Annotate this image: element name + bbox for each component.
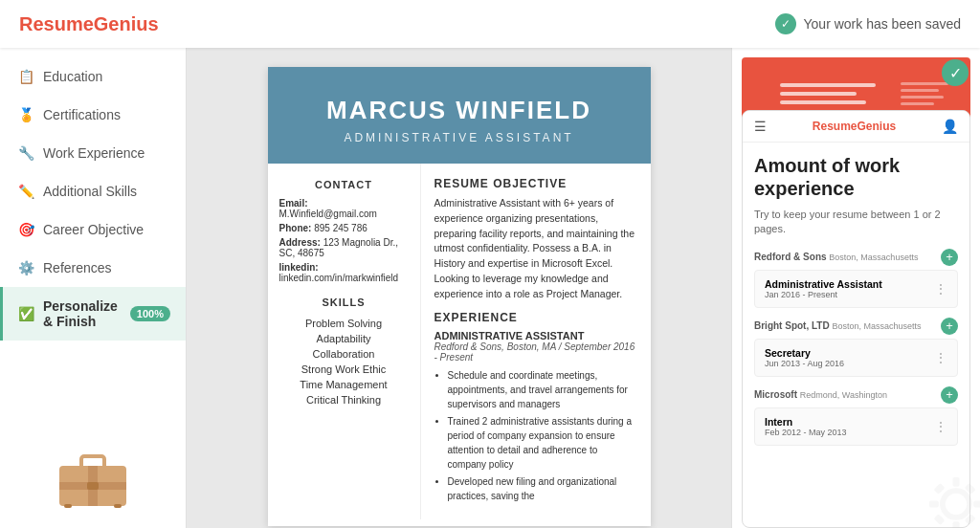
company-header-3: Microsoft Redmond, Washington + — [754, 386, 958, 404]
resume-right-column: RESUME OBJECTIVE Administrative Assistan… — [421, 164, 651, 519]
logo-text: Resume — [19, 13, 94, 34]
mobile-logo: ResumeGenius — [813, 120, 896, 133]
sidebar-item-education[interactable]: 📋 Education — [0, 57, 186, 96]
job-title: ADMINISTRATIVE ASSISTANT — [434, 330, 637, 341]
bullet-3: Developed new filing and organizational … — [448, 474, 637, 503]
job-title-sm-1: Administrative Assistant — [765, 278, 882, 290]
main-content: 📋 Education 🏅 Certifications 🔧 Work Expe… — [0, 48, 980, 528]
job-card-1: Administrative Assistant Jan 2016 - Pres… — [754, 270, 958, 308]
panel-heading: Amount of work experience — [754, 154, 958, 200]
skill-3: Collaboration — [279, 346, 409, 362]
skill-2: Adaptability — [279, 331, 409, 346]
add-experience-2[interactable]: + — [941, 318, 958, 335]
svg-rect-13 — [934, 514, 946, 525]
svg-rect-9 — [929, 501, 939, 508]
company-header-1: Redford & Sons Boston, Massachusetts + — [754, 249, 958, 266]
address-row: Address: 123 Magnolia Dr., SC, 48675 — [279, 237, 409, 258]
job-info-1: Administrative Assistant Jan 2016 - Pres… — [765, 278, 882, 299]
phone-row: Phone: 895 245 786 — [279, 223, 409, 233]
top-check-badge: ✓ — [942, 59, 969, 86]
phone-label: Phone: — [279, 223, 312, 233]
company-name-1: Redford & Sons — [754, 252, 827, 262]
job-menu-1[interactable]: ⋮ — [934, 281, 947, 297]
skills-section-title: SKILLS — [279, 297, 409, 308]
sidebar: 📋 Education 🏅 Certifications 🔧 Work Expe… — [0, 48, 187, 528]
orange-line-3 — [780, 100, 866, 104]
mobile-user-icon: 👤 — [942, 119, 958, 134]
resume-title: ADMINISTRATIVE ASSISTANT — [287, 131, 632, 144]
mobile-header: ☰ ResumeGenius 👤 — [743, 111, 969, 143]
company-header-2: Bright Spot, LTD Boston, Massachusetts + — [754, 318, 958, 335]
job-card-3: Intern Feb 2012 - May 2013 ⋮ — [754, 407, 958, 446]
svg-rect-8 — [953, 521, 960, 528]
references-icon: ⚙️ — [18, 260, 33, 275]
sidebar-label-personalize-finish: Personalize & Finish — [43, 298, 121, 329]
save-status: ✓ Your work has been saved — [775, 13, 961, 34]
resume-name: MARCUS WINFIELD — [287, 96, 632, 125]
objective-text: Administrative Assistant with 6+ years o… — [434, 196, 637, 301]
gear-icon — [923, 471, 970, 528]
skills-section: SKILLS Problem Solving Adaptability Coll… — [279, 297, 409, 407]
sidebar-label-education: Education — [43, 69, 102, 84]
sidebar-item-additional-skills[interactable]: ✏️ Additional Skills — [0, 172, 186, 210]
company-location-1: Boston, Massachusetts — [829, 253, 918, 262]
orange-line-2 — [780, 92, 857, 96]
job-dates-2: Jun 2013 - Aug 2016 — [765, 359, 844, 368]
email-row: Email: M.Winfield@gmail.com — [279, 198, 409, 219]
mobile-logo-text: Resume — [813, 120, 858, 133]
svg-rect-4 — [87, 482, 99, 490]
linkedin-row: linkedin: linkedin.com/in/markwinfield — [279, 262, 409, 283]
sidebar-item-references[interactable]: ⚙️ References — [0, 249, 186, 287]
sidebar-briefcase — [0, 432, 186, 518]
sidebar-item-certifications[interactable]: 🏅 Certifications — [0, 96, 186, 134]
sidebar-item-career-objective[interactable]: 🎯 Career Objective — [0, 210, 186, 249]
panel-subtext: Try to keep your resume between 1 or 2 p… — [754, 208, 958, 237]
company-location-3: Redmond, Washington — [800, 390, 887, 400]
job-menu-2[interactable]: ⋮ — [934, 350, 947, 365]
company-entry-3: Microsoft Redmond, Washington + Intern F… — [754, 386, 958, 446]
bullet-2: Trained 2 administrative assistants duri… — [448, 414, 637, 472]
add-experience-3[interactable]: + — [941, 386, 958, 404]
sidebar-label-references: References — [43, 260, 112, 275]
job-card-2: Secretary Jun 2013 - Aug 2016 ⋮ — [754, 339, 958, 377]
resume-header: MARCUS WINFIELD ADMINISTRATIVE ASSISTANT — [268, 67, 651, 164]
sidebar-item-personalize-finish[interactable]: ✅ Personalize & Finish 100% — [0, 287, 186, 341]
objective-section-title: RESUME OBJECTIVE — [434, 177, 637, 190]
skill-5: Time Management — [279, 377, 409, 392]
sidebar-label-career-objective: Career Objective — [43, 222, 144, 237]
linkedin-value: linkedin.com/in/markwinfield — [279, 273, 399, 283]
career-objective-icon: 🎯 — [18, 222, 33, 237]
svg-rect-5 — [64, 504, 72, 508]
mobile-preview: ☰ ResumeGenius 👤 Amount of work experien… — [742, 110, 970, 528]
company-name-3: Microsoft — [754, 389, 797, 400]
certifications-icon: 🏅 — [18, 107, 33, 122]
orange-card-right-lines — [901, 82, 948, 105]
add-experience-1[interactable]: + — [941, 249, 958, 266]
job-menu-3[interactable]: ⋮ — [934, 419, 947, 434]
sidebar-item-work-experience[interactable]: 🔧 Work Experience — [0, 134, 186, 172]
mobile-menu-icon: ☰ — [754, 119, 767, 134]
job-dates-3: Feb 2012 - May 2013 — [765, 428, 847, 437]
email-value: M.Winfield@gmail.com — [279, 209, 377, 219]
mobile-content: Amount of work experience Try to keep yo… — [743, 143, 969, 527]
sidebar-label-additional-skills: Additional Skills — [43, 184, 137, 199]
experience-section-title: EXPERIENCE — [434, 311, 637, 324]
svg-rect-7 — [953, 477, 960, 487]
logo-accent: Genius — [94, 13, 159, 34]
bullet-list: Schedule and coordinate meetings, appoin… — [434, 368, 637, 503]
company-entry-2: Bright Spot, LTD Boston, Massachusetts +… — [754, 318, 958, 377]
svg-rect-11 — [934, 483, 946, 495]
svg-rect-6 — [114, 504, 122, 508]
company-location-2: Boston, Massachusetts — [832, 321, 921, 331]
resume-left-column: CONTACT Email: M.Winfield@gmail.com Phon… — [268, 164, 421, 519]
logo: ResumeGenius — [19, 13, 159, 35]
personalize-finish-icon: ✅ — [18, 306, 33, 321]
company-name-2: Bright Spot, LTD — [754, 320, 830, 331]
header: ResumeGenius ✓ Your work has been saved — [0, 0, 980, 48]
resume-body: CONTACT Email: M.Winfield@gmail.com Phon… — [268, 164, 651, 519]
work-experience-icon: 🔧 — [18, 145, 33, 161]
sidebar-label-work-experience: Work Experience — [43, 145, 145, 161]
skill-6: Critical Thinking — [279, 392, 409, 407]
completion-badge: 100% — [130, 306, 170, 321]
job-title-sm-2: Secretary — [765, 347, 844, 359]
